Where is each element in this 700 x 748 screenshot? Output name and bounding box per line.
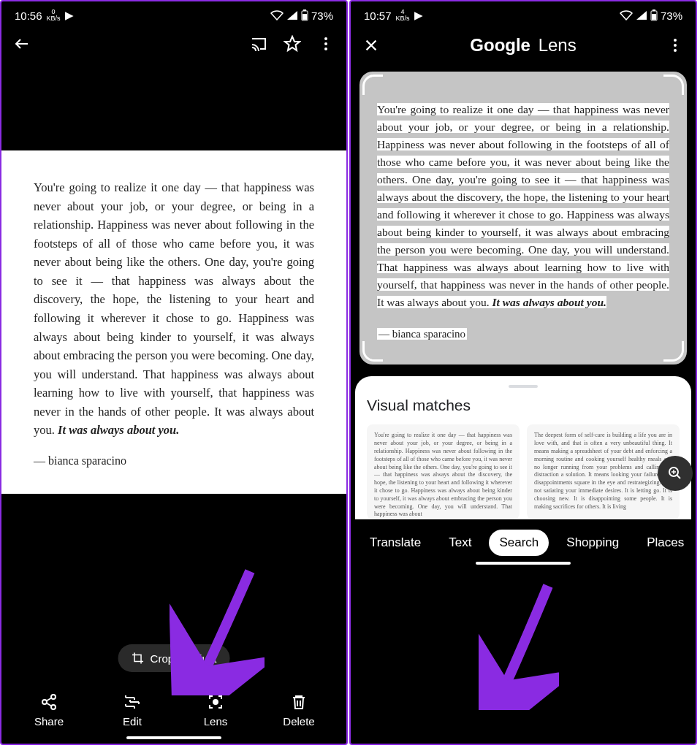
- crop-adjust-chip[interactable]: Crop & adjust: [118, 644, 230, 672]
- wifi-icon: [270, 10, 284, 20]
- svg-point-4: [324, 42, 327, 45]
- wifi-icon: [620, 10, 633, 20]
- tab-places[interactable]: Places: [636, 530, 694, 556]
- photo-app-bar: [1, 25, 346, 63]
- battery-icon: [650, 9, 658, 21]
- svg-point-13: [674, 39, 677, 42]
- status-bar: 10:57 4KB/s ▶ 73%: [351, 1, 696, 25]
- result-card-2[interactable]: The deepest form of self-care is buildin…: [527, 424, 680, 519]
- lens-screen: 10:57 4KB/s ▶ 73% Google Lens You're goi…: [349, 0, 697, 745]
- svg-point-6: [51, 695, 56, 699]
- more-icon[interactable]: [666, 37, 684, 54]
- signal-icon: [286, 10, 298, 20]
- lens-viewport[interactable]: You're going to realize it one day — tha…: [359, 72, 687, 365]
- share-button[interactable]: Share: [16, 693, 82, 728]
- quote-author: — bianca sparacino: [34, 454, 314, 468]
- photo-content[interactable]: You're going to realize it one day — tha…: [1, 150, 346, 494]
- detected-text: You're going to realize it one day — tha…: [359, 72, 687, 365]
- cast-icon[interactable]: [250, 35, 267, 53]
- tab-translate[interactable]: Translate: [359, 530, 431, 556]
- svg-rect-11: [653, 9, 655, 11]
- network-speed: 4KB/s: [396, 9, 410, 22]
- tab-search[interactable]: Search: [489, 530, 549, 556]
- results-sheet[interactable]: Visual matches You're going to realize i…: [355, 376, 691, 519]
- signal-icon: [636, 10, 647, 20]
- gesture-bar[interactable]: [126, 736, 221, 739]
- more-icon[interactable]: [317, 35, 335, 53]
- close-icon[interactable]: [362, 37, 380, 54]
- battery-percent: 73%: [661, 9, 682, 22]
- svg-point-3: [324, 37, 327, 40]
- tab-text[interactable]: Text: [438, 530, 482, 556]
- edit-button[interactable]: Edit: [99, 693, 165, 728]
- svg-point-5: [324, 47, 327, 50]
- quote-text: You're going to realize it one day — tha…: [34, 178, 314, 440]
- svg-rect-1: [303, 9, 306, 11]
- status-bar: 10:56 0KB/s ▶ 73%: [1, 1, 346, 25]
- annotation-arrow: [479, 579, 559, 710]
- gesture-bar[interactable]: [476, 562, 571, 565]
- lens-mode-tabs: Translate Text Search Shopping Places: [351, 519, 696, 562]
- notification-icon: ▶: [414, 9, 423, 22]
- back-icon[interactable]: [13, 35, 31, 53]
- star-icon[interactable]: [284, 35, 301, 53]
- sheet-handle[interactable]: [509, 385, 538, 388]
- battery-icon: [301, 9, 308, 21]
- svg-point-14: [674, 44, 677, 47]
- svg-point-15: [674, 49, 677, 52]
- crop-label: Crop & adjust: [151, 652, 217, 665]
- text-select-fab[interactable]: [658, 456, 693, 491]
- tab-shopping[interactable]: Shopping: [556, 530, 629, 556]
- svg-point-8: [51, 705, 56, 709]
- svg-point-9: [213, 700, 218, 704]
- bottom-action-bar: Share Edit Lens Delete: [1, 683, 346, 736]
- result-cards: You're going to realize it one day — tha…: [367, 424, 680, 519]
- sheet-title: Visual matches: [367, 397, 680, 414]
- clock: 10:56: [15, 9, 42, 22]
- crop-corner-tl[interactable]: [362, 75, 383, 95]
- svg-rect-2: [303, 14, 307, 20]
- notification-icon: ▶: [65, 9, 74, 22]
- delete-button[interactable]: Delete: [266, 693, 332, 728]
- lens-title: Google Lens: [470, 35, 576, 56]
- lens-app-bar: Google Lens: [351, 25, 696, 66]
- network-speed: 0KB/s: [47, 9, 61, 22]
- photos-viewer-screen: 10:56 0KB/s ▶ 73% You're going to realiz…: [0, 0, 348, 745]
- battery-percent: 73%: [311, 9, 333, 22]
- result-card-1[interactable]: You're going to realize it one day — tha…: [367, 424, 520, 519]
- clock: 10:57: [364, 9, 392, 22]
- lens-button[interactable]: Lens: [183, 693, 248, 728]
- svg-rect-12: [652, 14, 656, 20]
- svg-point-7: [42, 700, 47, 704]
